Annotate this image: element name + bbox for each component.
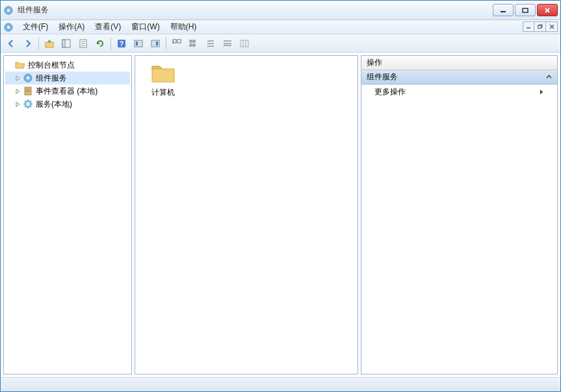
expander-icon[interactable] [14, 75, 21, 82]
show-hide-tree-button[interactable] [59, 36, 74, 51]
app-icon [3, 5, 14, 16]
tree-node-label: 组件服务 [36, 73, 67, 84]
mdi-close-button[interactable] [546, 21, 558, 32]
component-services-icon [23, 73, 33, 83]
tree-node-label: 事件查看器 (本地) [36, 86, 98, 97]
svg-rect-13 [46, 42, 53, 47]
statusbar [1, 377, 560, 391]
svg-rect-23 [136, 42, 138, 46]
svg-rect-28 [173, 41, 174, 43]
window-title: 组件服务 [18, 5, 493, 16]
tree: 控制台根节点 组件服务 事件查看器 (本地) 服务(本地) [4, 56, 131, 113]
expander-icon[interactable] [14, 88, 21, 95]
tree-node-label: 服务(本地) [36, 99, 72, 110]
svg-text:?: ? [120, 40, 124, 47]
svg-point-48 [27, 103, 29, 105]
svg-rect-24 [151, 40, 159, 47]
collapse-up-icon [546, 74, 552, 80]
chevron-right-icon [540, 89, 544, 95]
tool-button-2[interactable] [148, 36, 163, 51]
up-button[interactable] [42, 36, 57, 51]
event-viewer-icon [23, 86, 33, 96]
svg-point-7 [7, 26, 10, 29]
menu-help[interactable]: 帮助(H) [165, 20, 202, 34]
titlebar: 组件服务 [1, 1, 560, 20]
svg-rect-22 [135, 40, 142, 47]
content-item-label: 计算机 [151, 87, 175, 98]
client-area: 控制台根节点 组件服务 事件查看器 (本地) 服务(本地) [1, 53, 560, 377]
menu-view[interactable]: 查看(V) [90, 20, 126, 34]
action-more-actions[interactable]: 更多操作 [361, 85, 557, 99]
tree-root-node[interactable]: 控制台根节点 [5, 59, 130, 72]
menubar-app-icon [3, 22, 14, 33]
actions-pane-header: 操作 [361, 56, 557, 70]
menu-window[interactable]: 窗口(W) [126, 20, 164, 34]
svg-rect-39 [241, 40, 248, 47]
svg-point-1 [7, 9, 10, 12]
tree-pane: 控制台根节点 组件服务 事件查看器 (本地) 服务(本地) [3, 55, 132, 374]
menu-action[interactable]: 操作(A) [53, 20, 90, 34]
svg-rect-31 [190, 44, 192, 46]
maximize-button[interactable] [515, 4, 536, 16]
menubar: 文件(F) 操作(A) 查看(V) 窗口(W) 帮助(H) [1, 20, 560, 34]
menu-file[interactable]: 文件(F) [18, 20, 53, 34]
svg-rect-36 [224, 40, 231, 42]
actions-body: 更多操作 [361, 85, 557, 374]
expander-icon [7, 62, 14, 69]
back-button[interactable] [3, 36, 19, 51]
minimize-button[interactable] [493, 4, 514, 16]
svg-rect-32 [193, 44, 195, 46]
window-controls [493, 4, 558, 16]
close-button[interactable] [537, 4, 558, 16]
tree-node-event-viewer[interactable]: 事件查看器 (本地) [5, 85, 130, 98]
app-window: 组件服务 文件(F) 操作(A) 查看(V) 窗口(W) 帮助(H) ? [0, 0, 561, 392]
content-items: 计算机 [135, 56, 358, 103]
content-pane: 计算机 [135, 55, 358, 374]
svg-rect-29 [190, 40, 192, 42]
actions-pane: 操作 组件服务 更多操作 [361, 55, 558, 374]
action-label: 更多操作 [374, 86, 406, 98]
mdi-controls [523, 21, 558, 32]
toolbar-separator [111, 37, 111, 50]
tree-node-services[interactable]: 服务(本地) [5, 98, 130, 111]
actions-section-header[interactable]: 组件服务 [361, 70, 557, 85]
svg-rect-27 [177, 40, 181, 43]
mdi-minimize-button[interactable] [523, 21, 534, 32]
view-large-icons-button[interactable] [169, 36, 185, 51]
svg-rect-15 [62, 40, 65, 47]
svg-rect-10 [538, 26, 541, 29]
refresh-button[interactable] [92, 36, 108, 51]
mdi-restore-button[interactable] [534, 21, 546, 32]
view-small-icons-button[interactable] [186, 36, 202, 51]
view-extra-button[interactable] [237, 36, 252, 51]
tool-button-1[interactable] [131, 36, 146, 51]
actions-section-label: 组件服务 [367, 72, 398, 83]
view-details-button[interactable] [220, 36, 235, 51]
toolbar: ? [1, 34, 560, 53]
toolbar-separator [166, 37, 166, 50]
folder-icon [150, 61, 176, 85]
tree-node-label: 控制台根节点 [28, 60, 75, 71]
svg-rect-30 [193, 40, 195, 42]
svg-rect-3 [523, 8, 528, 12]
svg-point-43 [27, 77, 29, 79]
svg-rect-25 [156, 42, 158, 46]
forward-button[interactable] [20, 36, 36, 51]
properties-button[interactable] [75, 36, 91, 51]
content-item-computers[interactable]: 计算机 [140, 61, 186, 98]
expander-icon[interactable] [14, 101, 21, 108]
help-button[interactable]: ? [114, 36, 129, 51]
tree-node-component-services[interactable]: 组件服务 [5, 72, 130, 85]
gear-icon [23, 99, 33, 109]
view-list-button[interactable] [203, 36, 218, 51]
toolbar-separator [38, 37, 39, 50]
folder-open-icon [15, 60, 25, 70]
